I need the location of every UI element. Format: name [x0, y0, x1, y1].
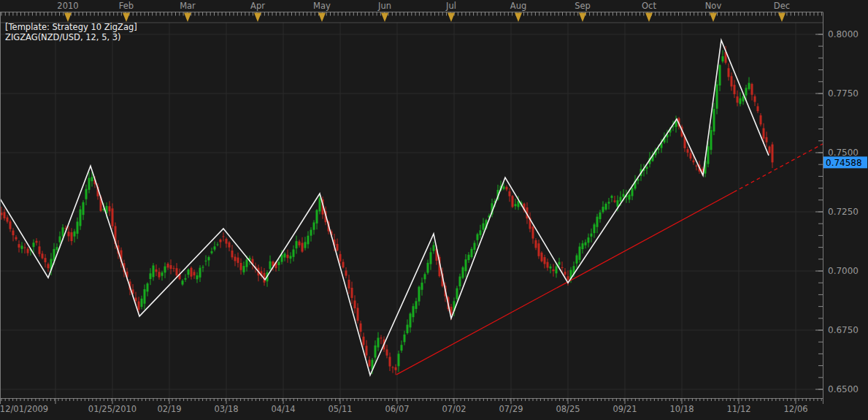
candle-up: [424, 274, 426, 279]
candle-up: [585, 243, 587, 245]
candle-down: [135, 298, 137, 302]
candle-up: [88, 178, 91, 190]
candle-down: [15, 237, 18, 240]
candle-down: [357, 308, 359, 321]
top-axis-month-label: Feb: [119, 1, 134, 11]
date-axis-label: 10/18: [669, 404, 694, 414]
candle-up: [281, 255, 283, 262]
candle-up: [716, 84, 718, 108]
candle-down: [567, 276, 569, 280]
candle-down: [240, 263, 242, 270]
top-axis[interactable]: 2010FebMarAprMayJunJulAugSepOctNovDec: [0, 1, 823, 22]
candle-down: [734, 85, 736, 94]
candle-up: [404, 335, 406, 342]
candle-up: [211, 251, 213, 253]
candle-down: [769, 147, 771, 153]
candle-down: [170, 265, 172, 269]
candle-down: [772, 145, 774, 163]
candle-down: [731, 76, 733, 86]
candle-down: [237, 258, 239, 263]
candle-up: [208, 257, 210, 260]
candle-up: [459, 277, 461, 286]
candle-down: [167, 264, 169, 267]
month-marker-icon: [579, 13, 586, 23]
candle-down: [363, 337, 365, 345]
candle-up: [719, 65, 721, 85]
date-axis-label: 02/19: [157, 404, 181, 414]
trendline[interactable]: [396, 144, 823, 375]
candle-down: [231, 251, 234, 257]
candle-up: [91, 177, 93, 181]
candle-up: [407, 325, 409, 334]
candle-down: [339, 254, 342, 261]
candle-down: [4, 212, 6, 218]
price-axis-label: 0.7250: [828, 207, 859, 217]
candle-down: [12, 231, 15, 235]
chart-window: 2010FebMarAprMayJunJulAugSepOctNovDec 0.…: [0, 0, 868, 420]
candle-up: [594, 224, 596, 233]
candle-up: [375, 345, 377, 358]
date-axis-label: 03/18: [214, 404, 238, 414]
month-marker-icon: [254, 13, 261, 23]
candle-up: [147, 283, 149, 291]
trendline-solid[interactable]: [396, 192, 734, 375]
candle-down: [532, 226, 534, 238]
candle-down: [68, 232, 70, 236]
candle-up: [611, 196, 613, 198]
candle-up: [462, 267, 464, 278]
candle-down: [109, 206, 111, 211]
candle-down: [751, 84, 753, 95]
candle-up: [742, 96, 745, 102]
candle-down: [693, 161, 695, 163]
candle-up: [246, 259, 248, 267]
top-axis-month-label: Apr: [250, 1, 265, 11]
top-axis-month-label: Aug: [510, 1, 526, 11]
candle-down: [27, 248, 29, 253]
candle-up: [415, 301, 418, 309]
candle-down: [138, 302, 140, 310]
month-marker-icon: [778, 13, 786, 23]
candle-down: [39, 246, 41, 253]
candle-down: [509, 191, 511, 196]
candle-up: [582, 243, 584, 249]
candle-up: [602, 207, 604, 212]
candle-down: [544, 257, 546, 264]
candle-down: [754, 96, 756, 102]
candle-down: [158, 272, 161, 277]
candle-up: [433, 245, 435, 251]
candle-up: [710, 130, 713, 150]
trendline-dashed[interactable]: [734, 144, 823, 192]
chart-canvas[interactable]: 2010FebMarAprMayJunJulAugSepOctNovDec 0.…: [0, 0, 868, 420]
candle-up: [617, 200, 619, 207]
price-axis-label: 0.6500: [828, 384, 859, 394]
candle-down: [392, 367, 394, 368]
candle-up: [474, 243, 476, 250]
candle-up: [319, 198, 321, 211]
candle-down: [366, 345, 368, 355]
candle-up: [278, 261, 280, 265]
candle-up: [480, 230, 482, 235]
candle-down: [18, 244, 20, 248]
candle-up: [153, 265, 155, 277]
candle-up: [477, 234, 479, 240]
candle-up: [269, 261, 272, 270]
candle-up: [80, 210, 82, 226]
date-axis[interactable]: 12/01/200901/25/201002/1903/1804/1405/11…: [0, 398, 823, 414]
date-axis-label: 07/02: [442, 404, 466, 414]
candle-up: [141, 299, 143, 307]
candle-up: [608, 202, 610, 203]
candle-up: [290, 256, 292, 259]
candle-down: [220, 240, 222, 242]
candle-down: [614, 201, 616, 202]
candle-down: [345, 270, 347, 275]
candle-down: [737, 96, 739, 103]
date-axis-label: 11/12: [726, 404, 750, 414]
candle-up: [646, 167, 648, 169]
top-axis-month-label: Jul: [445, 1, 456, 11]
candle-up: [185, 278, 187, 280]
price-axis[interactable]: 0.80000.77500.75000.72500.70000.67500.65…: [815, 12, 859, 405]
month-marker-icon: [381, 13, 388, 23]
candle-up: [293, 249, 295, 256]
candle-down: [395, 367, 397, 370]
candle-up: [307, 236, 310, 245]
